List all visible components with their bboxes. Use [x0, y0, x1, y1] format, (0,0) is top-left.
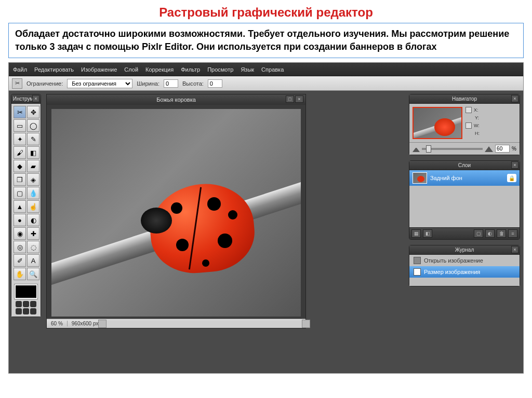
options-bar: ✂ Ограничение: Без ограничения Ширина: В… [9, 76, 523, 91]
navigator-title-text: Навигатор [452, 96, 477, 102]
layers-footer: ▦ ◧ ▢ ◐ 🗑 ≡ [409, 227, 520, 239]
tool-clone[interactable]: ❐ [14, 173, 26, 186]
menubar: Файл Редактировать Изображение Слой Корр… [9, 63, 523, 76]
zoom-readout: 60 % [47, 321, 68, 326]
tools-grid: ✂✥▭◯✦✎🖌◧◆▰❐◈▢💧▲☝●◐◉✚◎◌✐A✋🔍 [11, 104, 41, 282]
zoom-input[interactable] [495, 145, 510, 153]
navigator-thumbnail[interactable] [413, 107, 462, 139]
tool-spot[interactable]: ✚ [27, 227, 39, 240]
menu-adjustment[interactable]: Коррекция [145, 66, 174, 73]
zoom-in-icon[interactable] [485, 146, 493, 152]
history-label: Размер изображения [424, 269, 480, 275]
maximize-icon[interactable]: □ [286, 95, 294, 103]
menu-view[interactable]: Просмотр [207, 66, 233, 73]
h-label: H: [475, 131, 480, 136]
zoom-slider[interactable] [422, 148, 483, 150]
layers-opt1-icon[interactable]: ▦ [411, 229, 421, 238]
tool-draw[interactable]: ▢ [14, 187, 26, 199]
tool-pencil[interactable]: ✎ [27, 133, 39, 145]
history-label: Открыть изображение [424, 257, 483, 264]
tool-lasso[interactable]: ◯ [27, 119, 39, 132]
canvas-titlebar[interactable]: Божья коровка □ × [47, 94, 305, 105]
swatch-1[interactable] [16, 301, 22, 307]
tool-hand[interactable]: ✋ [14, 268, 26, 280]
layers-menu-icon[interactable]: ≡ [508, 229, 517, 238]
menu-help[interactable]: Справка [261, 66, 284, 73]
horizontal-scrollbar[interactable] [105, 320, 303, 327]
menu-layer[interactable]: Слой [124, 66, 138, 73]
tool-eraser[interactable]: ◧ [27, 146, 39, 159]
color-swatches [11, 282, 41, 317]
menu-edit[interactable]: Редактировать [34, 66, 74, 73]
history-resize-icon [414, 268, 421, 276]
foreground-color-swatch[interactable] [15, 284, 37, 299]
y-label: Y: [475, 115, 479, 120]
tool-type[interactable]: A [27, 254, 39, 267]
layer-row[interactable]: Задний фон 🔒 [409, 170, 520, 186]
new-layer-icon[interactable]: ▢ [474, 229, 483, 238]
tool-brush[interactable]: 🖌 [14, 146, 26, 159]
width-input[interactable] [164, 79, 178, 88]
canvas-statusbar: 60 % 960x600 px [47, 319, 305, 328]
constraint-select[interactable]: Без ограничения [67, 79, 132, 88]
history-item-open[interactable]: Открыть изображение [409, 255, 520, 266]
tool-redeye[interactable]: ◉ [14, 227, 26, 240]
tool-picker[interactable]: ✐ [14, 254, 26, 267]
layer-name: Задний фон [430, 175, 462, 181]
menu-file[interactable]: Файл [13, 66, 27, 73]
tool-gradient[interactable]: ▰ [27, 160, 39, 172]
swatch-3[interactable] [30, 301, 36, 307]
history-panel: Журнал × Открыть изображение Размер изоб… [409, 245, 520, 286]
tools-close-icon[interactable]: × [32, 95, 39, 102]
tool-crop[interactable]: ✂ [14, 106, 26, 118]
tool-marquee[interactable]: ▭ [14, 119, 26, 132]
navigator-zoom-row: % [409, 142, 520, 155]
lock-icon[interactable]: 🔒 [507, 174, 516, 182]
tool-smudge[interactable]: ☝ [27, 200, 39, 213]
tool-sharpen[interactable]: ▲ [14, 200, 26, 213]
navigator-close-icon[interactable]: × [511, 95, 518, 102]
tool-dodge[interactable]: ◐ [27, 214, 39, 226]
tool-zoom[interactable]: 🔍 [27, 268, 39, 280]
menu-image[interactable]: Изображение [81, 66, 117, 73]
editor-window: Файл Редактировать Изображение Слой Корр… [8, 62, 524, 374]
tool-replace[interactable]: ◈ [27, 173, 39, 186]
tool-blur[interactable]: 💧 [27, 187, 39, 199]
height-label: Высота: [182, 80, 204, 87]
tool-bloat[interactable]: ◎ [14, 241, 26, 253]
tool-move[interactable]: ✥ [27, 106, 39, 118]
swatch-5[interactable] [23, 308, 29, 314]
xy-icon [466, 107, 472, 113]
menu-filter[interactable]: Фильтр [181, 66, 200, 73]
swatch-6[interactable] [30, 308, 36, 314]
mask-icon[interactable]: ◐ [485, 229, 495, 238]
navigator-title: Навигатор × [409, 94, 520, 104]
layers-close-icon[interactable]: × [511, 161, 518, 169]
canvas-window: Божья коровка □ × [46, 94, 306, 328]
crop-icon: ✂ [12, 78, 22, 89]
menu-language[interactable]: Язык [241, 66, 254, 73]
height-input[interactable] [208, 79, 222, 88]
tool-pinch[interactable]: ◌ [27, 241, 39, 253]
canvas-area[interactable] [51, 109, 301, 317]
layers-opt2-icon[interactable]: ◧ [423, 229, 432, 238]
delete-layer-icon[interactable]: 🗑 [497, 229, 506, 238]
zoom-out-icon[interactable] [413, 146, 420, 152]
ladybug-graphic [145, 182, 259, 275]
history-body: Открыть изображение Размер изображения [409, 255, 520, 286]
history-close-icon[interactable]: × [511, 246, 518, 253]
layers-panel: Слои × Задний фон 🔒 ▦ ◧ ▢ ◐ 🗑 [409, 160, 520, 240]
workspace: Инструмен × ✂✥▭◯✦✎🖌◧◆▰❐◈▢💧▲☝●◐◉✚◎◌✐A✋🔍 [9, 91, 523, 373]
width-label: Ширина: [137, 80, 159, 87]
history-title: Журнал × [409, 245, 520, 255]
swatch-4[interactable] [16, 308, 22, 314]
history-item-resize[interactable]: Размер изображения [409, 266, 520, 278]
swatch-2[interactable] [23, 301, 29, 307]
zoom-unit: % [512, 146, 516, 152]
navigator-panel: Навигатор × X: Y: W: H: [409, 94, 520, 155]
tool-sponge[interactable]: ● [14, 214, 26, 226]
canvas-title-text: Божья коровка [156, 97, 196, 103]
close-icon[interactable]: × [295, 95, 303, 103]
tool-bucket[interactable]: ◆ [14, 160, 26, 172]
tool-wand[interactable]: ✦ [14, 133, 26, 145]
